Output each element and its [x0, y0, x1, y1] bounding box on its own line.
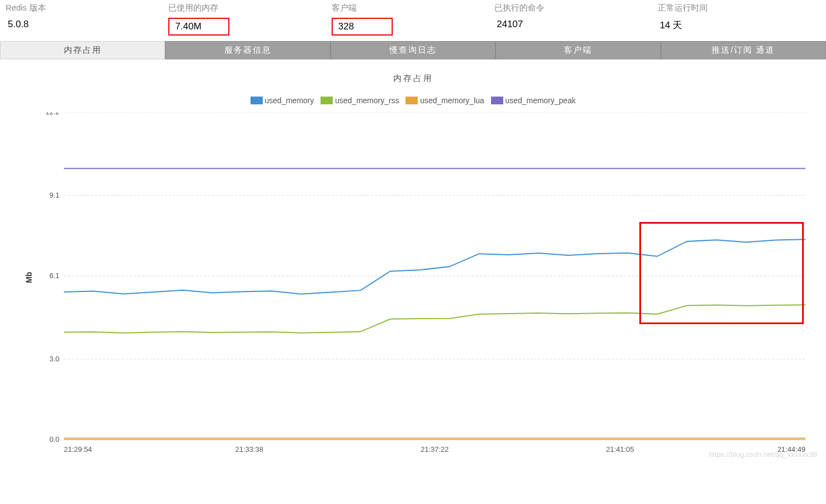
stat-label: 客户端 [332, 3, 494, 13]
legend-label: used_memory [265, 96, 314, 105]
svg-text:21:37:22: 21:37:22 [420, 445, 449, 453]
tab-2[interactable]: 慢查询日志 [331, 41, 495, 59]
stat-value: 14 天 [658, 18, 685, 33]
legend-swatch-icon [321, 97, 333, 104]
tabs-row: 内存占用服务器信息慢查询日志客户端推送/订阅 通道 [0, 41, 826, 59]
tab-0[interactable]: 内存占用 [0, 41, 165, 59]
svg-text:21:33:38: 21:33:38 [235, 445, 263, 453]
stat-label: 已使用的内存 [168, 3, 331, 13]
stat-3: 已执行的命令24107 [494, 3, 657, 36]
svg-text:21:29:54: 21:29:54 [64, 445, 92, 453]
stat-0: Redis 版本5.0.8 [6, 3, 168, 36]
legend-item-used_memory_rss[interactable]: used_memory_rss [321, 96, 399, 105]
tab-3[interactable]: 客户端 [495, 41, 660, 59]
stat-4: 正常运行时间14 天 [658, 3, 820, 36]
stat-1: 已使用的内存7.40M [168, 3, 331, 36]
y-axis-label: Mb [24, 272, 33, 283]
stat-value: 5.0.8 [6, 18, 31, 31]
chart-area: 内存占用 used_memoryused_memory_rssused_memo… [0, 59, 826, 462]
tab-1[interactable]: 服务器信息 [165, 41, 330, 59]
legend-item-used_memory_peak[interactable]: used_memory_peak [491, 96, 576, 105]
stat-label: Redis 版本 [6, 3, 168, 13]
legend-swatch-icon [491, 97, 503, 104]
stat-label: 已执行的命令 [494, 3, 657, 13]
chart-legend: used_memoryused_memory_rssused_memory_lu… [11, 96, 815, 107]
svg-text:21:44:49: 21:44:49 [777, 445, 805, 453]
stat-value: 24107 [494, 18, 525, 31]
plot-wrap: Mb 0.03.06.19.112.221:29:5421:33:3821:37… [33, 112, 809, 456]
chart-title: 内存占用 [11, 73, 815, 84]
svg-text:9.1: 9.1 [49, 191, 59, 199]
legend-swatch-icon [406, 97, 418, 104]
stat-value: 7.40M [168, 18, 229, 36]
stat-2: 客户端328 [332, 3, 494, 36]
svg-text:3.0: 3.0 [49, 355, 59, 363]
legend-item-used_memory[interactable]: used_memory [251, 96, 314, 105]
legend-label: used_memory_lua [420, 96, 484, 105]
stats-row: Redis 版本5.0.8已使用的内存7.40M客户端328已执行的命令2410… [0, 0, 826, 41]
legend-item-used_memory_lua[interactable]: used_memory_lua [406, 96, 484, 105]
legend-label: used_memory_rss [335, 96, 399, 105]
tab-4[interactable]: 推送/订阅 通道 [661, 41, 826, 59]
svg-text:21:41:05: 21:41:05 [606, 445, 634, 453]
svg-text:6.1: 6.1 [49, 271, 59, 280]
legend-swatch-icon [251, 97, 263, 104]
legend-label: used_memory_peak [505, 96, 576, 105]
svg-text:0.0: 0.0 [49, 435, 59, 443]
svg-text:12.2: 12.2 [46, 112, 59, 116]
chart-svg: 0.03.06.19.112.221:29:5421:33:3821:37:22… [33, 112, 811, 456]
stat-label: 正常运行时间 [658, 3, 820, 13]
stat-value: 328 [332, 18, 393, 36]
